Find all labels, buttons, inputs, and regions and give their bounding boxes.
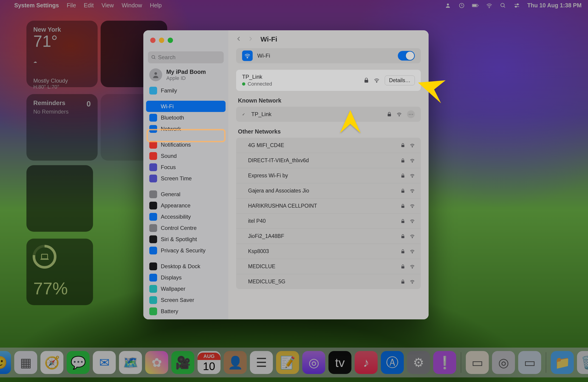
dock-notes[interactable]: 📝 [276,351,299,374]
svg-point-18 [154,72,157,75]
wifi-menu-icon[interactable] [486,2,493,9]
sidebar-item-desktop-dock[interactable]: Desktop & Dock [146,261,226,272]
battery-icon [149,307,157,315]
page-title: Wi-Fi [260,35,277,43]
details-button[interactable]: Details… [385,76,415,85]
sidebar-search[interactable]: Search [148,51,224,63]
control-center-menu-icon[interactable] [513,2,520,9]
dock-tv[interactable]: tv [328,351,351,374]
sidebar-item-sound[interactable]: Sound [146,150,226,162]
dock-settings[interactable]: ⚙︎ [407,351,430,374]
more-button[interactable]: ⋯ [407,110,415,118]
sidebar-item-label: Appearance [161,202,190,209]
weather-widget[interactable]: New York 71° ☁︎ Mostly Cloudy H:80° L:70… [26,21,98,87]
sidebar-item-siri-spotlight[interactable]: Siri & Spotlight [146,233,226,245]
dock-separator [546,352,546,373]
other-network-row[interactable]: 4G MIFI_CD4E [236,138,421,153]
dock-safari[interactable]: 🧭 [41,351,63,374]
world-clocks-widget[interactable] [26,165,93,232]
dock-finder[interactable]: 🙂 [0,351,11,374]
dock-launchpad[interactable]: ▦ [14,351,37,374]
apple-id-row[interactable]: My iPad Boom Apple ID [143,67,228,85]
sidebar-item-family[interactable]: Family [146,85,226,96]
other-network-row[interactable]: MEDICLUE_5G [236,274,421,289]
other-network-row[interactable]: DIRECT-IT-VIErA_thlxv6d [236,153,421,168]
sidebar-item-notifications[interactable]: Notifications [146,139,226,150]
menu-file[interactable]: File [67,2,76,9]
other-network-row[interactable]: HARIKRUSHNA CELLPOINT [236,198,421,213]
other-network-row[interactable]: MEDICLUE [236,259,421,274]
search-menu-icon[interactable] [500,2,506,9]
dock-facetime[interactable]: 🎥 [171,351,194,374]
sidebar-item-screen-saver[interactable]: Screen Saver [146,294,226,306]
sidebar-item-focus[interactable]: Focus [146,162,226,173]
dock-podcasts[interactable]: ◎ [302,351,325,374]
dock-recent-2[interactable]: ◎ [492,351,515,374]
nav-forward-button[interactable] [248,36,254,42]
svg-rect-15 [41,259,48,260]
other-network-row[interactable]: Express Wi-Fi by [236,168,421,183]
sidebar-item-label: Network [161,126,181,132]
menubar-clock[interactable]: Thu 10 Aug 1:38 PM [527,2,582,9]
svg-point-41 [412,268,413,268]
menu-edit[interactable]: Edit [84,2,94,9]
dock-photos[interactable]: ✿ [145,351,168,374]
wifi-signal-icon [410,143,415,147]
dock-mail[interactable]: ✉︎ [93,351,116,374]
dock-downloads[interactable]: 📁 [551,351,574,374]
dock-reminders[interactable]: ☰ [250,351,273,374]
window-minimize-button[interactable] [159,38,164,43]
battery-menu-icon[interactable] [472,2,479,9]
menu-window[interactable]: Window [122,2,142,9]
sidebar-item-wallpaper[interactable]: Wallpaper [146,283,226,294]
dock-recent-3[interactable]: ▭ [518,351,541,374]
menu-view[interactable]: View [102,2,114,9]
other-network-row[interactable]: Gajera and Associates Jio [236,183,421,198]
dock-feedback[interactable]: ❕ [433,351,456,374]
other-ssid: JioFi2_1A48BF [248,233,401,239]
reminders-count: 0 [86,100,91,108]
nav-back-button[interactable] [236,36,243,42]
sidebar-item-control-centre[interactable]: Control Centre [146,222,226,233]
sidebar-item-bluetooth[interactable]: Bluetooth [146,112,226,123]
menu-help[interactable]: Help [150,2,162,9]
svg-rect-32 [401,206,404,208]
dock-music[interactable]: ♪ [355,351,378,374]
dock-messages[interactable]: 💬 [67,351,90,374]
window-zoom-button[interactable] [168,38,173,43]
other-network-row[interactable]: Ksp8003 [236,244,421,259]
sidebar-item-appearance[interactable]: Appearance [146,200,226,211]
known-network-row[interactable]: ✓ TP_Link ⋯ [236,107,421,122]
dock-trash[interactable]: 🗑️ [577,351,588,374]
user-menu-icon[interactable] [444,2,451,9]
svg-rect-22 [388,114,391,116]
battery-widget[interactable]: 77% [26,239,93,305]
dock-contacts[interactable]: 👤 [224,351,247,374]
cloud-icon: ☁︎ [33,59,37,64]
dock-appstore[interactable]: Ⓐ [381,351,404,374]
account-sub: Apple ID [166,75,206,81]
other-network-row[interactable]: JioFi2_1A48BF [236,229,421,244]
dock-recent-1[interactable]: ▭ [466,351,489,374]
sidebar-item-privacy-security[interactable]: Privacy & Security [146,245,226,256]
other-network-row[interactable]: itel P40 [236,213,421,229]
window-close-button[interactable] [150,38,155,43]
sidebar-item-wifi[interactable]: Wi-Fi [146,101,226,112]
status-dot-icon [242,82,245,86]
svg-point-29 [412,177,413,178]
timemachine-menu-icon[interactable] [458,2,465,9]
sidebar-item-accessibility[interactable]: Accessibility [146,211,226,222]
menubar-app[interactable]: System Settings [14,2,59,9]
sidebar-item-battery[interactable]: Battery [146,306,226,317]
dock-maps[interactable]: 🗺️ [119,351,142,374]
sidebar-item-displays[interactable]: Displays [146,272,226,283]
wifi-signal-icon [410,249,415,253]
sidebar-item-general[interactable]: General [146,189,226,200]
sidebar-item-network[interactable]: Network [146,123,226,134]
other-ssid: Express Wi-Fi by [248,172,401,179]
sidebar-item-screen-time[interactable]: Screen Time [146,173,226,184]
sound-icon [149,152,157,160]
dock-calendar[interactable]: AUG10 [198,351,220,374]
reminders-widget[interactable]: 0 Reminders No Reminders [26,94,98,161]
wifi-toggle[interactable] [398,51,415,60]
